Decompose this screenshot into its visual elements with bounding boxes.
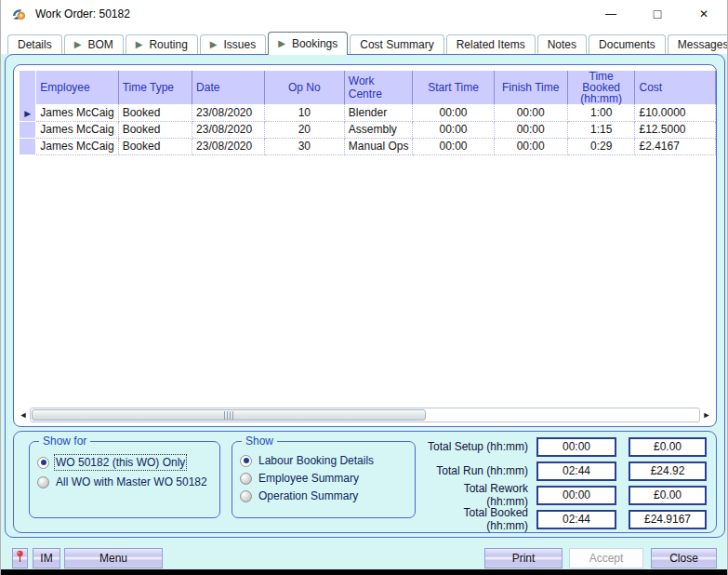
bottom-strip <box>1 569 727 575</box>
print-button[interactable]: Print <box>484 548 563 568</box>
cell-work-centre[interactable]: Manual Ops <box>344 138 413 154</box>
cell-start-time[interactable]: 00:00 <box>413 121 494 138</box>
close-icon[interactable]: ✕ <box>681 0 727 28</box>
cell-time-booked[interactable]: 0:29 <box>567 138 635 154</box>
tab-issues[interactable]: ▶ Issues <box>200 34 266 54</box>
radio-wo-this-only[interactable]: WO 50182 (this WO) Only <box>37 456 212 469</box>
total-run-row: Total Run (hh:mm) 02:44 £24.92 <box>425 461 707 481</box>
tab-messages[interactable]: Messages <box>668 34 728 54</box>
col-time-type[interactable]: Time Type <box>118 71 192 104</box>
cell-work-centre[interactable]: Blender <box>344 104 413 121</box>
col-finish-time[interactable]: Finish Time <box>494 71 567 104</box>
cell-finish-time[interactable]: 00:00 <box>494 138 567 154</box>
col-date[interactable]: Date <box>192 71 265 104</box>
tab-bookings[interactable]: ▶ Bookings <box>268 32 348 55</box>
show-legend: Show <box>242 435 277 448</box>
scroll-left-icon[interactable]: ◄ <box>17 410 30 420</box>
total-setup-time: 00:00 <box>536 437 616 457</box>
tab-bom[interactable]: ▶ BOM <box>64 34 124 54</box>
tab-notes[interactable]: Notes <box>537 34 587 54</box>
col-cost[interactable]: Cost <box>635 71 716 104</box>
radio-selected-icon[interactable] <box>240 455 252 467</box>
scroll-right-icon[interactable]: ► <box>700 410 713 420</box>
total-booked-label: Total Booked (hh:mm) <box>425 506 536 532</box>
cell-employee[interactable]: James McCaig <box>36 138 118 154</box>
total-run-cost: £24.92 <box>629 461 707 481</box>
tab-routing[interactable]: ▶ Routing <box>126 34 198 54</box>
cell-time-booked[interactable]: 1:15 <box>567 121 635 138</box>
accept-button[interactable]: Accept <box>569 548 643 568</box>
scrollbar-thumb[interactable] <box>32 409 426 421</box>
row-selector-cell[interactable]: ▶ <box>20 104 36 121</box>
scrollbar-track[interactable] <box>30 408 700 422</box>
tab-arrow-icon: ▶ <box>278 39 285 48</box>
radio-employee-summary[interactable]: Employee Summary <box>240 472 407 485</box>
total-booked-row: Total Booked (hh:mm) 02:44 £24.9167 <box>425 509 707 529</box>
table-row[interactable]: James McCaig Booked 23/08/2020 30 Manual… <box>20 138 716 154</box>
radio-label[interactable]: Employee Summary <box>258 472 359 485</box>
cell-start-time[interactable]: 00:00 <box>413 104 494 121</box>
im-button[interactable]: IM <box>33 548 60 568</box>
cell-employee[interactable]: James McCaig <box>36 121 118 138</box>
horizontal-scrollbar[interactable]: ◄ ► <box>17 407 713 423</box>
cell-op-no[interactable]: 30 <box>264 138 344 154</box>
cell-cost[interactable]: £2.4167 <box>635 138 716 154</box>
pin-button[interactable] <box>12 548 28 568</box>
tab-label: Issues <box>224 38 257 51</box>
radio-label[interactable]: Operation Summary <box>258 489 358 502</box>
tab-details[interactable]: Details <box>7 34 62 54</box>
total-booked-time: 02:44 <box>536 510 616 529</box>
tab-related-items[interactable]: Related Items <box>446 34 536 54</box>
cell-op-no[interactable]: 20 <box>264 121 344 138</box>
cell-cost[interactable]: £10.0000 <box>635 104 716 121</box>
cell-time-type[interactable]: Booked <box>118 104 192 121</box>
show-group: Show Labour Booking Details Employee Sum… <box>232 435 416 518</box>
radio-unselected-icon[interactable] <box>240 490 252 502</box>
tab-label: Bookings <box>292 37 338 50</box>
radio-label[interactable]: WO 50182 (this WO) Only <box>56 456 185 469</box>
menu-button[interactable]: Menu <box>64 548 163 568</box>
radio-unselected-icon[interactable] <box>240 473 252 485</box>
row-selector-cell[interactable] <box>20 138 36 154</box>
cell-time-type[interactable]: Booked <box>118 138 192 154</box>
radio-operation-summary[interactable]: Operation Summary <box>240 489 407 502</box>
cell-date[interactable]: 23/08/2020 <box>192 138 265 154</box>
radio-label[interactable]: All WO with Master WO 50182 <box>56 475 207 488</box>
tab-documents[interactable]: Documents <box>589 34 666 54</box>
table-row[interactable]: James McCaig Booked 23/08/2020 20 Assemb… <box>20 121 716 138</box>
minimize-icon[interactable]: — <box>588 0 634 28</box>
show-for-group: Show for WO 50182 (this WO) Only All WO … <box>29 435 220 518</box>
table-row[interactable]: ▶ James McCaig Booked 23/08/2020 10 Blen… <box>20 104 716 121</box>
cell-cost[interactable]: £12.5000 <box>635 121 716 138</box>
row-selector-cell[interactable] <box>20 121 36 138</box>
radio-labour-booking-details[interactable]: Labour Booking Details <box>240 454 407 467</box>
cell-employee[interactable]: James McCaig <box>36 104 118 121</box>
cell-time-booked[interactable]: 1:00 <box>567 104 635 121</box>
close-button[interactable]: Close <box>651 548 717 568</box>
maximize-icon[interactable]: □ <box>634 0 681 28</box>
tab-arrow-icon: ▶ <box>136 40 143 49</box>
col-time-booked[interactable]: Time Booked (hh:mm) <box>567 71 635 104</box>
col-work-centre[interactable]: Work Centre <box>344 71 413 104</box>
cell-work-centre[interactable]: Assembly <box>344 121 413 138</box>
scrollbar-grip-icon <box>224 411 233 420</box>
cell-finish-time[interactable]: 00:00 <box>494 121 567 138</box>
cell-date[interactable]: 23/08/2020 <box>192 104 265 121</box>
options-panel: Show for WO 50182 (this WO) Only All WO … <box>13 431 717 533</box>
col-op-no[interactable]: Op No <box>264 71 344 104</box>
radio-label[interactable]: Labour Booking Details <box>258 454 374 467</box>
cell-finish-time[interactable]: 00:00 <box>494 104 567 121</box>
cell-op-no[interactable]: 10 <box>264 104 344 121</box>
radio-all-wo-master[interactable]: All WO with Master WO 50182 <box>37 475 212 488</box>
col-start-time[interactable]: Start Time <box>413 71 494 104</box>
cell-time-type[interactable]: Booked <box>118 121 192 138</box>
tab-label: Cost Summary <box>360 38 433 51</box>
cell-start-time[interactable]: 00:00 <box>413 138 494 154</box>
cell-date[interactable]: 23/08/2020 <box>192 121 265 138</box>
total-rework-time: 00:00 <box>536 486 616 505</box>
tab-cost-summary[interactable]: Cost Summary <box>350 34 443 54</box>
radio-unselected-icon[interactable] <box>37 476 49 488</box>
bookings-grid-panel: Employee Time Type Date Op No Work Centr… <box>13 64 717 427</box>
col-employee[interactable]: Employee <box>36 71 118 104</box>
radio-selected-icon[interactable] <box>37 457 49 469</box>
